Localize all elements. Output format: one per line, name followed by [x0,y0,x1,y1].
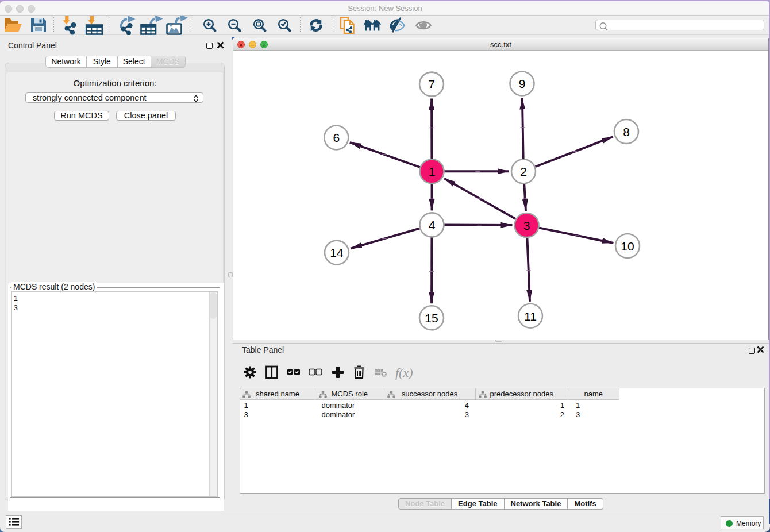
svg-text:2: 2 [520,165,527,178]
svg-text:1: 1 [429,165,436,178]
svg-text:4: 4 [429,218,436,232]
svg-text:11: 11 [524,310,537,323]
svg-text:9: 9 [519,77,526,90]
svg-text:f(x): f(x) [395,365,413,380]
svg-text:15: 15 [425,311,438,325]
svg-text:10: 10 [621,240,634,253]
svg-text:8: 8 [623,125,630,138]
svg-text:14: 14 [330,246,344,259]
svg-text:7: 7 [428,78,435,91]
svg-text:3: 3 [523,219,530,232]
svg-text:6: 6 [333,131,340,144]
